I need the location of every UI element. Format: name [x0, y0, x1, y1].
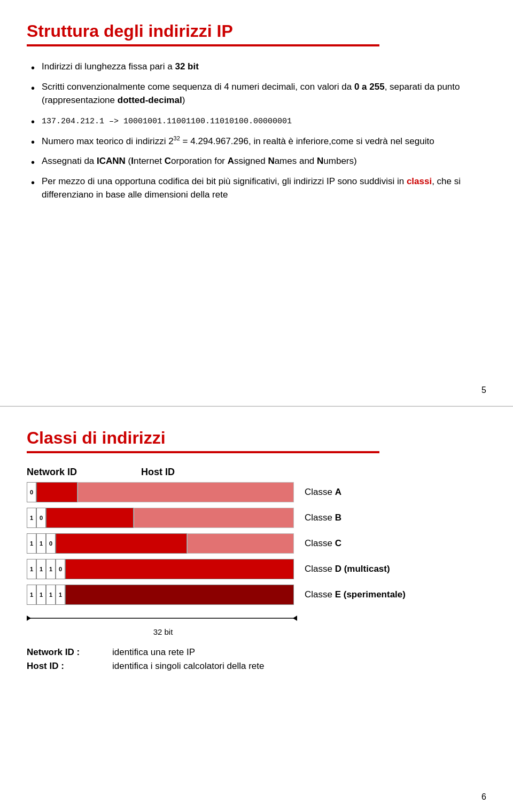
- class-e-main-bar: [65, 585, 294, 605]
- bullet-2: Scritti convenzionalmente come sequenza …: [27, 80, 486, 107]
- class-b-bit-1: 1: [27, 508, 36, 528]
- class-b-bit-0: 0: [36, 508, 46, 528]
- title-underline-1: [27, 44, 379, 46]
- class-c-bit-1b: 1: [36, 533, 46, 554]
- class-e-bits: 1 1 1 1: [27, 585, 65, 605]
- bullet-5-text: Assegnati da ICANN (Internet Corporation…: [42, 156, 357, 166]
- class-c-bit-0: 0: [46, 533, 56, 554]
- class-c-bar: 1 1 0: [27, 533, 294, 554]
- class-e-bit-1c: 1: [46, 585, 56, 605]
- class-d-bit-1a: 1: [27, 559, 36, 579]
- class-d-bit-0: 0: [56, 559, 65, 579]
- class-d-bar: 1 1 1 0: [27, 559, 294, 579]
- class-e-bit-1b: 1: [36, 585, 46, 605]
- class-a-row: 0 Classe A: [27, 482, 486, 502]
- definition-section: Network ID : identifica una rete IP Host…: [27, 647, 486, 672]
- class-c-host-bar: [187, 533, 294, 554]
- class-c-bit-1a: 1: [27, 533, 36, 554]
- network-id-header-label: Network ID: [27, 467, 77, 478]
- network-id-def-desc: identifica una rete IP: [112, 647, 195, 658]
- bullet-list: Indirizzi di lunghezza fissa pari a 32 b…: [27, 60, 486, 202]
- bits-arrow-row: 32 bit: [27, 610, 486, 636]
- classi-bold: classi: [407, 176, 432, 186]
- superscript-32: 32: [174, 135, 180, 141]
- page2-number: 6: [481, 792, 486, 802]
- a-bold: A: [228, 156, 234, 166]
- class-e-bar: 1 1 1 1: [27, 585, 294, 605]
- classes-section: Network ID Host ID 0 Classe A 1 0: [27, 467, 486, 672]
- class-d-main-bar: [65, 559, 294, 579]
- bullet-5: Assegnati da ICANN (Internet Corporation…: [27, 154, 486, 168]
- class-a-host-bar: [77, 482, 294, 502]
- network-id-def-term: Network ID :: [27, 647, 102, 658]
- class-c-label: Classe C: [305, 538, 341, 549]
- class-d-label: Classe D (multicast): [305, 564, 390, 574]
- host-id-def-row: Host ID : identifica i singoli calcolato…: [27, 661, 486, 672]
- class-d-bit-1b: 1: [36, 559, 46, 579]
- class-b-bar: 1 0: [27, 508, 294, 528]
- class-b-network-bar: [46, 508, 134, 528]
- title-underline-2: [27, 451, 379, 453]
- class-e-label: Classe E (sperimentale): [305, 589, 406, 600]
- i-bold: I: [131, 156, 134, 166]
- bullet-1-text: Indirizzi di lunghezza fissa pari a 32 b…: [42, 61, 199, 72]
- bullet-4-text: Numero max teorico di indirizzi 232 = 4.…: [42, 136, 434, 146]
- bullet-1-bold: 32 bit: [175, 61, 198, 72]
- c-bold: C: [165, 156, 171, 166]
- n2-bold: N: [317, 156, 323, 166]
- arrow-svg: [27, 610, 299, 626]
- arrow-line: 32 bit: [27, 610, 299, 636]
- class-b-host-bar: [134, 508, 294, 528]
- class-c-row: 1 1 0 Classe C: [27, 533, 486, 554]
- bullet-6-text: Per mezzo di una opportuna codifica dei …: [42, 176, 461, 200]
- bullet-1: Indirizzi di lunghezza fissa pari a 32 b…: [27, 60, 486, 74]
- class-d-bit-1c: 1: [46, 559, 56, 579]
- icann-bold: ICANN: [97, 156, 126, 166]
- host-id-def-desc: identifica i singoli calcolatori della r…: [112, 661, 264, 672]
- class-a-label: Classe A: [305, 487, 341, 498]
- class-a-network-bar: [36, 482, 77, 502]
- network-id-def-row: Network ID : identifica una rete IP: [27, 647, 486, 658]
- class-a-bit-0: 0: [27, 482, 36, 502]
- page1-title: Struttura degli indirizzi IP: [27, 21, 486, 41]
- class-d-row: 1 1 1 0 Classe D (multicast): [27, 559, 486, 579]
- class-a-bar: 0: [27, 482, 294, 502]
- arrow-right: [293, 616, 297, 621]
- arrow-left: [27, 616, 31, 621]
- n-bold: N: [268, 156, 274, 166]
- network-host-labels: Network ID Host ID: [27, 467, 486, 478]
- class-b-label: Classe B: [305, 513, 341, 523]
- page2-title: Classi di indirizzi: [27, 428, 486, 448]
- bullet-2-bold: 0 a 255: [354, 82, 385, 92]
- class-c-bits: 1 1 0: [27, 533, 56, 554]
- page-1: Struttura degli indirizzi IP Indirizzi d…: [0, 0, 513, 406]
- class-e-bit-1a: 1: [27, 585, 36, 605]
- class-d-bits: 1 1 1 0: [27, 559, 65, 579]
- class-e-bit-1d: 1: [56, 585, 65, 605]
- host-id-def-term: Host ID :: [27, 661, 102, 672]
- bits-label: 32 bit: [153, 627, 173, 636]
- bullet-2-bold2: dotted-decimal: [118, 95, 182, 105]
- bullet-4: Numero max teorico di indirizzi 232 = 4.…: [27, 134, 486, 148]
- class-a-bits: 0: [27, 482, 36, 502]
- bullet-2-text: Scritti convenzionalmente come sequenza …: [42, 82, 460, 106]
- bullet-3-mono: 137.204.212.1 –> 10001001.11001100.11010…: [42, 117, 292, 126]
- class-e-row: 1 1 1 1 Classe E (sperimentale): [27, 585, 486, 605]
- class-b-bits: 1 0: [27, 508, 46, 528]
- bullet-3: 137.204.212.1 –> 10001001.11001100.11010…: [27, 114, 486, 128]
- page-2: Classi di indirizzi Network ID Host ID 0…: [0, 407, 513, 812]
- bullet-6: Per mezzo di una opportuna codifica dei …: [27, 175, 486, 202]
- class-b-row: 1 0 Classe B: [27, 508, 486, 528]
- host-id-header-label: Host ID: [141, 467, 175, 478]
- class-c-network-bar: [56, 533, 187, 554]
- page1-number: 5: [481, 385, 486, 395]
